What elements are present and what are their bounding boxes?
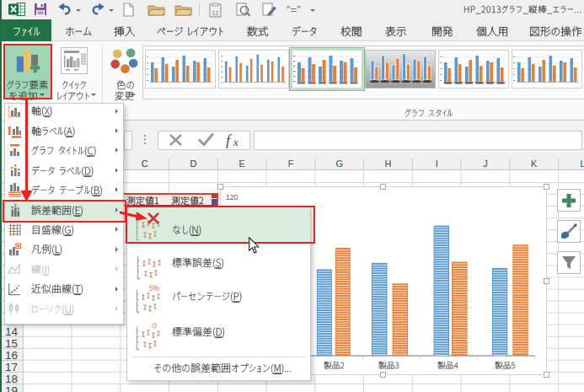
svg-text:17: 17	[5, 361, 18, 373]
svg-text:K: K	[531, 158, 538, 169]
svg-text:H: H	[385, 158, 392, 169]
svg-text:x: x	[233, 136, 238, 148]
svg-text:L: L	[580, 158, 584, 169]
svg-text:I: I	[436, 158, 438, 169]
svg-text:G: G	[335, 158, 343, 169]
svg-text:19: 19	[5, 384, 18, 392]
svg-text:f: f	[226, 132, 233, 148]
svg-text:J: J	[483, 158, 488, 169]
svg-text:"=": "="	[287, 3, 301, 16]
svg-text:14: 14	[5, 325, 19, 338]
svg-text:15: 15	[5, 337, 18, 350]
svg-text:18: 18	[5, 373, 18, 385]
svg-text:12: 12	[212, 10, 219, 16]
svg-text:D: D	[190, 158, 197, 169]
svg-text:F: F	[288, 158, 294, 169]
svg-text:C: C	[142, 158, 148, 169]
svg-text:E: E	[239, 158, 245, 169]
svg-text:16: 16	[5, 349, 18, 362]
